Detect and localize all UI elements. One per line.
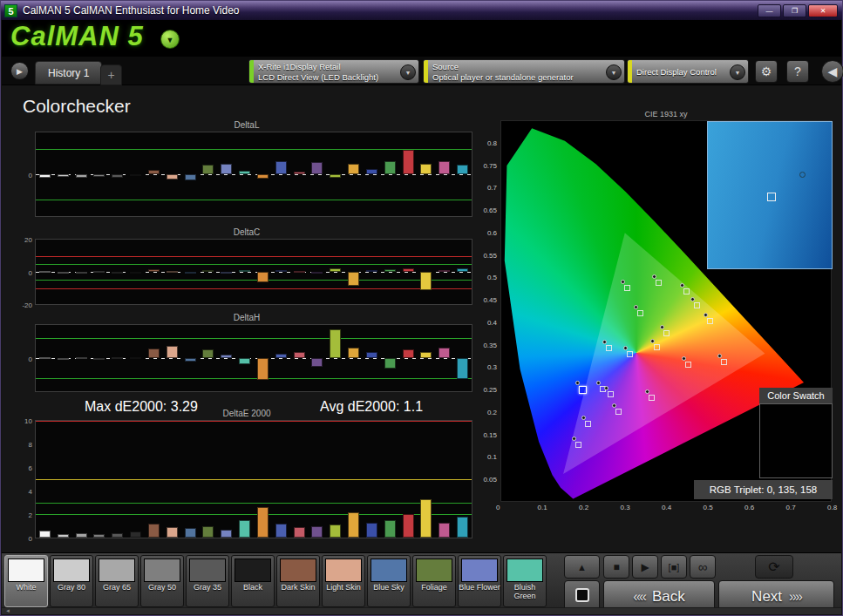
chart-bar [438, 348, 450, 358]
cie-y-tick: 0.75 [483, 162, 497, 170]
minimize-button[interactable]: — [758, 4, 781, 17]
app-icon: 5 [4, 4, 17, 17]
cie-x-tick: 0.2 [579, 504, 588, 511]
chart-bar [112, 533, 123, 538]
chevron-left-icon: ◀ [828, 64, 838, 78]
swatch-black[interactable]: Black [231, 555, 275, 607]
chart-bar [239, 520, 250, 538]
swatch-scrollbar[interactable]: ◄ [2, 607, 841, 614]
cie-x-tick: 0.1 [538, 504, 547, 511]
chart-bar [294, 271, 305, 273]
target-point [627, 351, 633, 357]
cie-y-tick: 0.4 [487, 319, 497, 327]
scroll-left-icon[interactable]: ◄ [2, 608, 14, 614]
gear-icon: ⚙ [761, 64, 772, 78]
display-status-stripe [628, 60, 632, 83]
chart-bar [275, 524, 287, 538]
display-control-dropdown[interactable]: Direct Display Control ▼ [627, 59, 749, 84]
titlebar[interactable]: 5 CalMAN 5 CalMAN Enthusiast for Home Vi… [1, 1, 842, 20]
reference-line [36, 200, 472, 200]
chart-bar [348, 164, 359, 174]
cie-y-tick: 0.15 [483, 431, 497, 439]
chart-bar [39, 271, 51, 273]
chart-bar [202, 526, 214, 538]
swatch-foliage[interactable]: Foliage [412, 555, 456, 607]
chart-bar [221, 272, 232, 274]
chart-bar [112, 174, 123, 178]
page-title: Colorchecker [23, 96, 131, 117]
close-button[interactable]: ✕ [808, 4, 838, 17]
y-tick-label: 6 [29, 464, 32, 472]
swatch-blue-sky[interactable]: Blue Sky [367, 555, 411, 607]
cie-y-tick: 0.6 [487, 229, 497, 237]
swatch-blue-flower[interactable]: Blue Flower [458, 555, 501, 607]
chart-bar [275, 161, 287, 174]
single-measure-button[interactable]: [■] [661, 555, 687, 579]
cie-zoom-inset [707, 121, 833, 269]
measured-point [660, 325, 664, 329]
measured-point [680, 283, 684, 288]
stop-button[interactable]: ■ [603, 555, 629, 579]
swatch-gray-80[interactable]: Gray 80 [50, 555, 93, 607]
chart-bar [294, 172, 305, 174]
deltac-chart: DeltaC 200-20 [21, 227, 472, 305]
chart-bar [438, 270, 450, 272]
display-dropdown-arrow-icon[interactable]: ▼ [730, 64, 745, 80]
swatch-gray-50[interactable]: Gray 50 [140, 555, 184, 607]
reference-line [36, 280, 472, 281]
y-tick-label: 0 [29, 172, 32, 179]
y-tick-label: 2 [29, 511, 32, 519]
source-dropdown[interactable]: Source Optical player or standalone gene… [423, 59, 625, 84]
app-window: 5 CalMAN 5 CalMAN Enthusiast for Home Vi… [0, 0, 843, 616]
chart-bar [311, 272, 323, 274]
swatch-color-block [325, 558, 362, 582]
refresh-button[interactable]: ⟳ [755, 555, 793, 579]
chart-bar [311, 526, 323, 538]
swatch-label: White [5, 583, 47, 592]
chart-bar [39, 357, 51, 359]
meter-dropdown[interactable]: X-Rite i1Display Retail LCD Direct View … [248, 59, 419, 84]
chart-bar [130, 357, 141, 359]
help-button[interactable]: ? [786, 60, 809, 83]
swatch-gray-65[interactable]: Gray 65 [95, 555, 139, 607]
chart-bar [384, 161, 396, 174]
meter-mode: LCD Direct View (LED Backlight) [258, 72, 399, 83]
add-tab-button[interactable]: + [100, 64, 122, 85]
chart-bar [167, 271, 178, 273]
target-point [637, 310, 643, 316]
cie-x-axis: 00.10.20.30.40.50.60.70.8 [500, 504, 832, 514]
chart-bar [130, 272, 141, 274]
deltac-y-axis: 200-20 [21, 240, 34, 305]
chart-bar [221, 355, 232, 358]
chart-bar [420, 272, 432, 290]
play-button[interactable]: ▶ [632, 555, 658, 579]
reference-line [36, 479, 472, 480]
measured-point [634, 305, 638, 309]
tab-history-1[interactable]: History 1 [35, 61, 102, 85]
cie-y-tick: 0.7 [487, 184, 497, 192]
chart-bar [93, 534, 105, 538]
continuous-measure-button[interactable]: ∞ [690, 555, 716, 579]
chart-bar [93, 271, 105, 273]
swatch-light-skin[interactable]: Light Skin [322, 555, 365, 607]
swatch-color-block [189, 558, 226, 582]
chart-bar [76, 533, 87, 538]
target-point [721, 359, 727, 365]
logo-menu-button[interactable]: ▼ [160, 30, 180, 49]
swatch-white[interactable]: White [4, 555, 48, 607]
chart-bar [257, 507, 269, 538]
meter-dropdown-arrow-icon[interactable]: ▼ [400, 64, 416, 80]
settings-button[interactable]: ⚙ [755, 60, 778, 83]
swatch-dark-skin[interactable]: Dark Skin [276, 555, 320, 607]
swatch-color-block [461, 558, 498, 582]
window-controls: — ❐ ✕ [758, 4, 842, 17]
swatch-gray-35[interactable]: Gray 35 [186, 555, 229, 607]
collapse-panel-button[interactable]: ◀ [821, 60, 843, 83]
expand-panel-button[interactable]: ▶ [10, 62, 29, 80]
maximize-button[interactable]: ❐ [783, 4, 806, 17]
meter-position-button[interactable]: ▲ [564, 555, 600, 579]
swatch-bluish-green[interactable]: Bluish Green [503, 555, 547, 607]
source-dropdown-arrow-icon[interactable]: ▼ [606, 64, 622, 80]
cie-x-tick: 0.4 [662, 504, 671, 511]
target-point [608, 391, 614, 397]
